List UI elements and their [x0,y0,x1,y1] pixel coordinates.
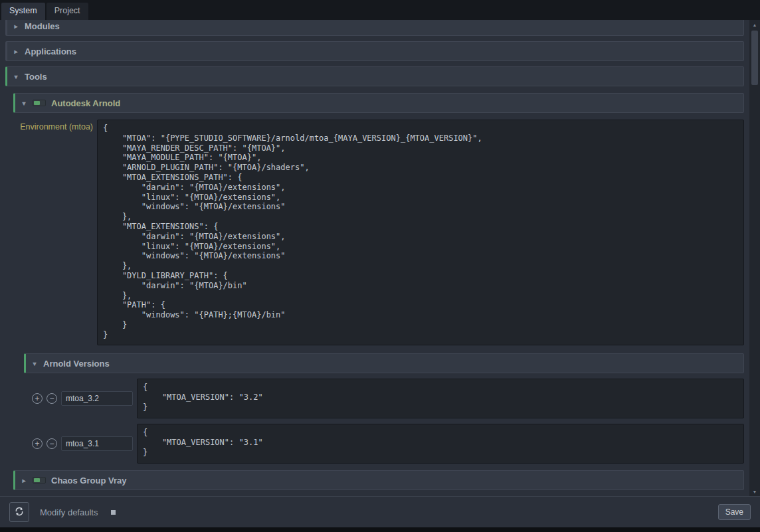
refresh-icon [14,506,25,519]
settings-content-area: ▸ Modules ▸ Applications ▾ Tools ▾ Autod… [0,20,760,496]
section-header-applications[interactable]: ▸ Applications [5,41,744,61]
refresh-button[interactable] [9,502,29,522]
environment-json-editor[interactable]: { "MTOA": "{PYPE_STUDIO_SOFTWARE}/arnold… [97,120,744,345]
version-name-input[interactable] [61,391,133,406]
vertical-scrollbar[interactable]: ▲ ▼ [749,20,760,496]
environment-label: Environment (mtoa) [19,120,97,132]
section-label-autodesk-arnold: Autodesk Arnold [51,98,120,108]
tab-system[interactable]: System [1,3,45,20]
version-name-input[interactable] [61,436,133,451]
section-label-applications: Applications [25,46,76,56]
window-bottom-edge [0,527,760,532]
section-label-modules: Modules [25,21,60,31]
version-row: + − { "MTOA_VERSION": "3.2" } [32,379,744,418]
environment-row: Environment (mtoa) { "MTOA": "{PYPE_STUD… [19,120,744,345]
section-label-chaos-group-vray: Chaos Group Vray [51,476,126,486]
expand-arrow-icon: ▾ [31,360,38,367]
remove-version-button[interactable]: − [47,393,57,404]
add-version-button[interactable]: + [32,438,43,449]
section-header-modules[interactable]: ▸ Modules [5,20,744,36]
modify-defaults-label: Modify defaults [40,507,98,517]
expand-arrow-icon: ▾ [13,73,19,80]
section-header-autodesk-arnold[interactable]: ▾ Autodesk Arnold [13,93,744,113]
arnold-enabled-toggle[interactable] [33,100,46,106]
section-header-chaos-group-vray[interactable]: ▸ Chaos Group Vray [13,470,744,490]
version-json-editor[interactable]: { "MTOA_VERSION": "3.1" } [137,424,744,464]
save-button[interactable]: Save [718,504,751,520]
scroll-down-arrow-icon[interactable]: ▼ [749,487,760,496]
scroll-up-arrow-icon[interactable]: ▲ [749,20,760,29]
remove-version-button[interactable]: − [47,438,57,449]
tab-project[interactable]: Project [47,3,88,20]
section-label-arnold-versions: Arnold Versions [43,359,110,369]
collapse-arrow-icon: ▸ [13,23,19,30]
section-header-tools[interactable]: ▾ Tools [5,66,744,86]
scrollbar-track[interactable] [749,29,760,487]
expand-arrow-icon: ▾ [21,100,27,107]
version-row: + − { "MTOA_VERSION": "3.1" } [32,424,744,464]
settings-window: System Project ▸ Modules ▸ Applications … [0,0,760,532]
version-json-editor[interactable]: { "MTOA_VERSION": "3.2" } [137,379,744,418]
modify-defaults-checkbox[interactable] [111,510,116,515]
add-version-button[interactable]: + [32,393,43,404]
collapse-arrow-icon: ▸ [21,477,27,484]
collapse-arrow-icon: ▸ [13,48,19,55]
section-header-arnold-versions[interactable]: ▾ Arnold Versions [24,353,744,373]
vray-enabled-toggle[interactable] [33,477,46,484]
scrollbar-thumb[interactable] [751,31,758,85]
footer-bar: Modify defaults Save [0,496,760,527]
tab-bar: System Project [0,0,760,20]
section-label-tools: Tools [25,72,47,82]
